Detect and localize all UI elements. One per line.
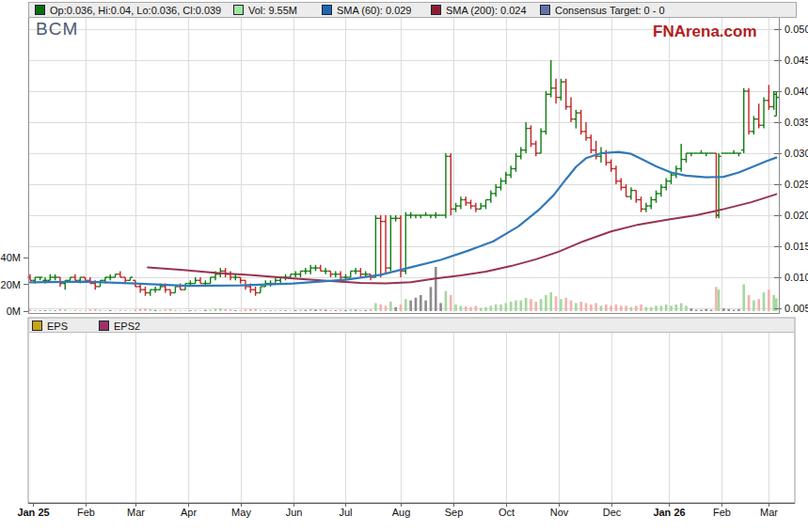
legend-label-sma60: SMA (60): 0.029 bbox=[337, 5, 412, 16]
svg-text:Mar: Mar bbox=[127, 507, 145, 518]
svg-text:0.030: 0.030 bbox=[784, 148, 808, 159]
legend-label-sma200: SMA (200): 0.024 bbox=[446, 5, 527, 16]
svg-text:40M: 40M bbox=[1, 252, 21, 263]
top-legend-bar: Op:0.036, Hi:0.04, Lo:0.036, Cl:0.039 Vo… bbox=[28, 2, 797, 18]
legend-item-ohlc: Op:0.036, Hi:0.04, Lo:0.036, Cl:0.039 bbox=[35, 4, 221, 16]
svg-text:Jul: Jul bbox=[339, 507, 352, 518]
svg-text:Aug: Aug bbox=[392, 507, 411, 518]
legend-label-eps: EPS bbox=[47, 321, 68, 332]
svg-text:20M: 20M bbox=[1, 279, 21, 290]
svg-text:Feb: Feb bbox=[77, 507, 95, 518]
svg-text:0.010: 0.010 bbox=[784, 272, 808, 283]
stock-chart-page: 0.0500.0450.0400.0350.0300.0250.0200.015… bbox=[0, 0, 808, 532]
legend-item-sma60: SMA (60): 0.029 bbox=[322, 4, 412, 16]
svg-text:0.025: 0.025 bbox=[784, 179, 808, 190]
ohlc-swatch-icon bbox=[35, 5, 45, 15]
svg-text:Dec: Dec bbox=[603, 507, 622, 518]
ticker-symbol: BCM bbox=[36, 19, 78, 39]
svg-text:Mar: Mar bbox=[760, 507, 778, 518]
legend-item-volume: Vol: 9.55M bbox=[233, 4, 297, 16]
legend-label-eps2: EPS2 bbox=[114, 321, 140, 332]
eps-swatch-icon bbox=[32, 321, 42, 331]
volume-swatch-icon bbox=[233, 5, 244, 15]
svg-text:0.020: 0.020 bbox=[784, 210, 808, 221]
legend-label-ohlc: Op:0.036, Hi:0.04, Lo:0.036, Cl:0.039 bbox=[50, 5, 221, 16]
eps2-swatch-icon bbox=[99, 321, 109, 331]
svg-text:Oct: Oct bbox=[499, 507, 515, 518]
svg-text:Sep: Sep bbox=[445, 507, 464, 518]
sma200-swatch-icon bbox=[431, 5, 441, 15]
legend-label-consensus: Consensus Target: 0 - 0 bbox=[555, 5, 665, 16]
eps-legend-bar: EPS EPS2 bbox=[29, 319, 794, 333]
svg-text:Jun: Jun bbox=[286, 507, 303, 518]
consensus-swatch-icon bbox=[540, 5, 550, 15]
legend-item-eps2: EPS2 bbox=[99, 320, 140, 332]
svg-text:0.050: 0.050 bbox=[784, 23, 808, 35]
svg-text:0M: 0M bbox=[7, 305, 21, 317]
legend-label-volume: Vol: 9.55M bbox=[248, 5, 297, 16]
chart-canvas: 0.0500.0450.0400.0350.0300.0250.0200.015… bbox=[0, 0, 808, 532]
legend-item-sma200: SMA (200): 0.024 bbox=[431, 4, 527, 16]
svg-text:Feb: Feb bbox=[713, 507, 731, 518]
svg-text:0.045: 0.045 bbox=[784, 55, 808, 66]
svg-text:Jan 25: Jan 25 bbox=[17, 507, 49, 518]
svg-text:Apr: Apr bbox=[181, 507, 197, 518]
svg-text:0.015: 0.015 bbox=[784, 241, 808, 252]
svg-text:Jan 26: Jan 26 bbox=[653, 507, 685, 518]
svg-text:0.040: 0.040 bbox=[784, 86, 808, 97]
brand-link[interactable]: FNArena.com bbox=[653, 23, 757, 41]
svg-text:0.035: 0.035 bbox=[784, 117, 808, 128]
svg-text:0.005: 0.005 bbox=[784, 303, 808, 314]
svg-text:Nov: Nov bbox=[550, 507, 569, 518]
sma60-swatch-icon bbox=[322, 5, 332, 15]
legend-item-eps: EPS bbox=[32, 320, 68, 332]
legend-item-consensus: Consensus Target: 0 - 0 bbox=[540, 4, 665, 16]
svg-text:May: May bbox=[231, 507, 251, 518]
panel-backgrounds bbox=[28, 17, 795, 503]
